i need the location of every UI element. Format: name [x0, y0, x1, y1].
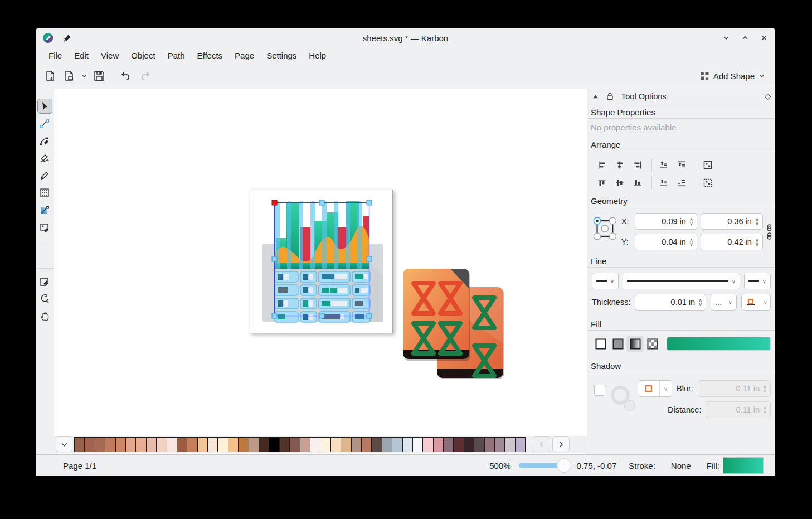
select-tool[interactable]	[37, 99, 52, 114]
palette-swatch[interactable]	[392, 437, 402, 452]
line-end-marker-combo[interactable]: ∨	[744, 273, 771, 289]
save-button[interactable]	[90, 67, 108, 85]
palette-swatch[interactable]	[279, 437, 290, 452]
cap-join-combo[interactable]: ∨	[741, 294, 771, 311]
align-left-button[interactable]	[595, 159, 609, 171]
menu-effects[interactable]: Effects	[191, 49, 229, 62]
image-tool[interactable]	[37, 220, 52, 235]
maximize-button[interactable]	[741, 33, 750, 42]
palette-swatch[interactable]	[515, 437, 526, 452]
redo-button[interactable]	[136, 67, 154, 85]
palette-swatch[interactable]	[269, 437, 279, 452]
title-bar[interactable]: sheets.svg * — Karbon	[36, 28, 775, 48]
menu-path[interactable]: Path	[162, 49, 191, 62]
pen-tool[interactable]	[37, 133, 52, 148]
shadow-angle-dial[interactable]	[611, 386, 632, 407]
palette-swatch[interactable]	[310, 437, 320, 452]
undo-button[interactable]	[117, 67, 135, 85]
palette-swatch[interactable]	[422, 437, 433, 452]
lock-panel-icon[interactable]	[606, 93, 614, 100]
bring-to-front-button[interactable]	[675, 159, 688, 171]
menu-object[interactable]: Object	[125, 49, 161, 62]
palette-swatch[interactable]	[135, 437, 146, 452]
shadow-distance-spinbox[interactable]: 0.11 in∧∨	[706, 401, 771, 418]
calligraphy-tool[interactable]	[37, 151, 52, 166]
menu-view[interactable]: View	[95, 49, 125, 62]
link-size-icon[interactable]	[766, 232, 772, 240]
ungroup-button[interactable]	[701, 177, 714, 189]
minimize-button[interactable]	[722, 33, 731, 42]
palette-swatch[interactable]	[197, 437, 208, 452]
lower-button[interactable]	[657, 177, 670, 189]
new-document-button[interactable]	[41, 67, 59, 85]
fill-none-button[interactable]	[592, 336, 609, 352]
menu-help[interactable]: Help	[303, 49, 332, 62]
palette-swatch[interactable]	[412, 437, 423, 452]
palette-swatch[interactable]	[443, 437, 454, 452]
align-top-button[interactable]	[595, 177, 609, 189]
palette-swatch[interactable]	[382, 437, 392, 452]
palette-swatches[interactable]	[75, 437, 526, 452]
zoom-slider-knob[interactable]	[557, 458, 571, 473]
link-ratio-icon[interactable]	[766, 224, 772, 231]
menu-file[interactable]: File	[42, 49, 68, 62]
open-recent-dropdown[interactable]	[79, 67, 89, 85]
align-center-vertical-button[interactable]	[613, 177, 626, 189]
x-position-spinbox[interactable]: 0.09 in∧∨	[635, 213, 697, 230]
shadow-enable-checkbox[interactable]	[594, 385, 605, 396]
text-tool[interactable]	[37, 274, 52, 289]
y-position-spinbox[interactable]: 0.04 in∧∨	[635, 234, 697, 250]
zoom-slider[interactable]	[519, 463, 565, 468]
align-bottom-button[interactable]	[631, 177, 644, 189]
edit-path-tool[interactable]	[37, 116, 52, 131]
pattern-tool[interactable]	[37, 185, 52, 200]
shadow-blur-spinbox[interactable]: 0.11 in∧∨	[698, 380, 771, 397]
palette-swatch[interactable]	[95, 437, 105, 452]
gradient-tool[interactable]	[37, 202, 52, 217]
miter-limit-combo[interactable]: ...∨	[711, 294, 737, 311]
palette-swatch[interactable]	[259, 437, 269, 452]
palette-scroll-left-button[interactable]	[533, 436, 550, 452]
palette-swatch[interactable]	[320, 437, 330, 452]
close-button[interactable]	[760, 33, 769, 42]
width-spinbox[interactable]: 0.36 in∧∨	[701, 213, 763, 230]
height-spinbox[interactable]: 0.42 in∧∨	[701, 234, 763, 250]
palette-swatch[interactable]	[361, 437, 372, 452]
palette-swatch[interactable]	[115, 437, 126, 452]
align-right-button[interactable]	[631, 159, 644, 171]
palette-swatch[interactable]	[74, 437, 85, 452]
palette-swatch[interactable]	[105, 437, 115, 452]
shadow-color-combo[interactable]: ∨	[638, 380, 672, 397]
fill-solid-button[interactable]	[609, 336, 626, 352]
palette-swatch[interactable]	[433, 437, 444, 452]
line-start-marker-combo[interactable]: ∨	[592, 273, 619, 289]
fill-gradient-swatch[interactable]	[667, 337, 771, 351]
palette-swatch[interactable]	[125, 437, 136, 452]
palette-swatch[interactable]	[300, 437, 310, 452]
palette-swatch[interactable]	[156, 437, 167, 452]
thickness-spinbox[interactable]: 0.01 in∧∨	[635, 294, 706, 311]
add-shape-button[interactable]: Add Shape	[695, 69, 770, 83]
palette-swatch[interactable]	[504, 437, 515, 452]
palette-swatch[interactable]	[494, 437, 505, 452]
raise-button[interactable]	[657, 159, 670, 171]
palette-swatch[interactable]	[351, 437, 362, 452]
palette-swatch[interactable]	[84, 437, 95, 452]
menu-settings[interactable]: Settings	[260, 49, 303, 62]
menu-edit[interactable]: Edit	[68, 49, 95, 62]
float-panel-icon[interactable]	[765, 94, 771, 100]
send-to-back-button[interactable]	[675, 177, 688, 189]
palette-swatch[interactable]	[484, 437, 495, 452]
menu-page[interactable]: Page	[228, 49, 260, 62]
status-fill-swatch[interactable]	[723, 457, 764, 474]
palette-swatch[interactable]	[341, 437, 351, 452]
canvas[interactable]	[54, 89, 587, 454]
pan-tool[interactable]	[37, 308, 52, 323]
palette-swatch[interactable]	[371, 437, 382, 452]
fill-pattern-button[interactable]	[644, 336, 661, 352]
palette-swatch[interactable]	[146, 437, 157, 452]
palette-swatch[interactable]	[167, 437, 177, 452]
zoom-tool[interactable]	[37, 291, 52, 306]
palette-swatch[interactable]	[207, 437, 218, 452]
open-document-button[interactable]	[60, 67, 78, 85]
